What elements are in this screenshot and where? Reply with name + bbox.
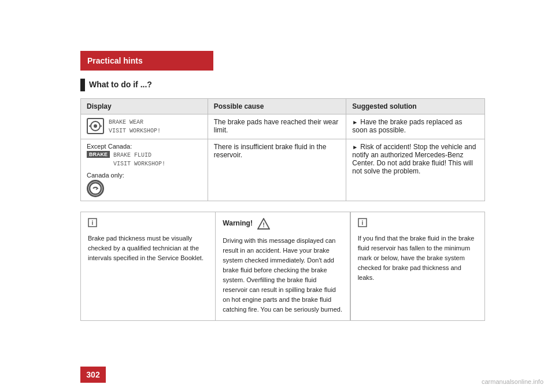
col-solution: Suggested solution: [346, 99, 485, 114]
warning-header: Warning! !: [223, 218, 342, 232]
brake-wear-text: BRAKE WEAR VISIT WORKSHOP!: [109, 118, 161, 135]
canada-only-label: Canada only:: [87, 172, 202, 179]
warning-triangle-icon: !: [257, 218, 270, 230]
section-title: What to do if ...?: [89, 80, 152, 89]
solution-cell-1: ►Have the brake pads replaced as soon as…: [346, 114, 485, 139]
table-row: Except Canada: BRAKE BRAKE FLUID VISIT W…: [81, 139, 485, 201]
except-canada-label: Except Canada:: [87, 143, 202, 150]
watermark: carmanualsonline.info: [482, 378, 543, 385]
brake-wear-icon: [87, 118, 104, 134]
table-row: BRAKE WEAR VISIT WORKSHOP! The brake pad…: [81, 114, 485, 139]
info-box-left: i Brake pad thickness must be visually c…: [80, 212, 215, 321]
info-text-right: If you find that the brake fluid in the …: [358, 235, 475, 281]
page-title: Practical hints: [87, 56, 143, 65]
cause-cell-2: There is insufficient brake fluid in the…: [208, 139, 346, 201]
page-container: Practical hints What to do if ...? Displ…: [0, 0, 555, 392]
display-cell-2: Except Canada: BRAKE BRAKE FLUID VISIT W…: [81, 139, 208, 201]
page-number: 302: [80, 367, 106, 383]
header-bar: Practical hints: [80, 51, 213, 71]
col-cause: Possible cause: [208, 99, 346, 114]
svg-text:i: i: [361, 220, 363, 226]
info-section: i Brake pad thickness must be visually c…: [80, 212, 485, 321]
info-text-left: Brake pad thickness must be visually che…: [88, 235, 204, 261]
info-icon-right: i: [358, 218, 478, 230]
svg-text:!: !: [262, 221, 265, 228]
circle-i-icon: [87, 180, 104, 197]
col-display: Display: [81, 99, 208, 114]
arrow-icon: ►: [352, 119, 358, 125]
info-box-right: i If you find that the brake fluid in th…: [350, 212, 485, 321]
arrow-icon: ►: [352, 144, 358, 150]
svg-text:i: i: [92, 220, 94, 226]
info-icon-left: i: [88, 218, 208, 230]
display-table: Display Possible cause Suggested solutio…: [80, 98, 485, 201]
main-content: Display Possible cause Suggested solutio…: [80, 98, 485, 321]
warning-label: Warning!: [223, 218, 253, 229]
display-cell-1: BRAKE WEAR VISIT WORKSHOP!: [81, 114, 208, 139]
brake-label: BRAKE: [87, 151, 110, 158]
svg-point-4: [90, 183, 101, 194]
section-accent: [80, 79, 85, 91]
info-box-center: Warning! ! Driving with this message dis…: [215, 212, 350, 321]
warning-text: Driving with this message displayed can …: [223, 237, 342, 313]
solution-cell-2: ►Risk of accident! Stop the vehicle and …: [346, 139, 485, 201]
brake-fluid-text: BRAKE FLUID VISIT WORKSHOP!: [113, 151, 165, 168]
cause-cell-1: The brake pads have reached their wear l…: [208, 114, 346, 139]
svg-point-1: [94, 124, 97, 128]
